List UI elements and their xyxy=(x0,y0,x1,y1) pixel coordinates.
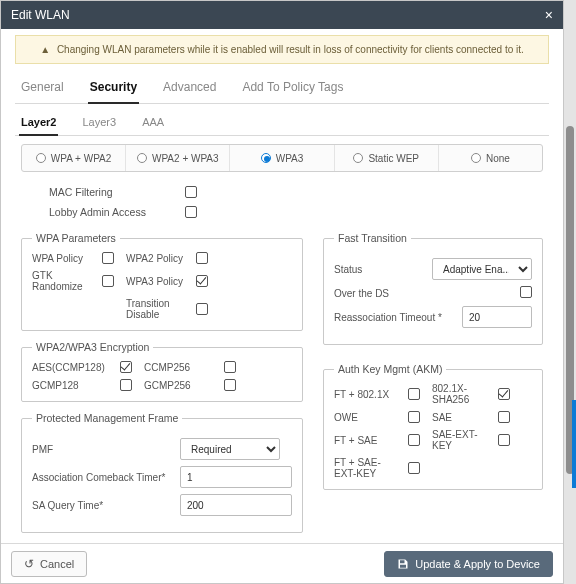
tab-general[interactable]: General xyxy=(19,74,66,103)
ft-status-select[interactable]: Adaptive Ena... xyxy=(432,258,532,280)
fast-transition-legend: Fast Transition xyxy=(334,232,411,244)
cancel-label: Cancel xyxy=(40,558,74,570)
mac-filtering-checkbox[interactable] xyxy=(185,186,197,198)
subtab-aaa[interactable]: AAA xyxy=(140,110,166,135)
footer: ↺ Cancel Update & Apply to Device xyxy=(1,543,563,583)
akm-owe-checkbox[interactable] xyxy=(408,411,420,423)
main-tabs: General Security Advanced Add To Policy … xyxy=(15,74,549,104)
akm-owe-label: OWE xyxy=(334,412,398,423)
ccmp256-checkbox[interactable] xyxy=(224,361,236,373)
titlebar: Edit WLAN × xyxy=(1,1,563,29)
wpa3-policy-label: WPA3 Policy xyxy=(126,276,186,287)
assoc-comeback-input[interactable] xyxy=(180,466,292,488)
encryption-legend: WPA2/WPA3 Encryption xyxy=(32,341,153,353)
radio-none[interactable]: None xyxy=(439,145,542,171)
apply-button[interactable]: Update & Apply to Device xyxy=(384,551,553,577)
security-subtabs: Layer2 Layer3 AAA xyxy=(15,108,549,136)
subtab-layer2[interactable]: Layer2 xyxy=(19,110,58,136)
akm-sae-checkbox[interactable] xyxy=(498,411,510,423)
tab-add-policy-tags[interactable]: Add To Policy Tags xyxy=(240,74,345,103)
akm-ftsae-checkbox[interactable] xyxy=(408,434,420,446)
akm-ftsaeext-label: FT + SAE-EXT-KEY xyxy=(334,457,398,479)
akm-ftsae-label: FT + SAE xyxy=(334,435,398,446)
akm-ft8021x-label: FT + 802.1X xyxy=(334,389,398,400)
encryption-group: WPA2/WPA3 Encryption AES(CCMP128) CCMP25… xyxy=(21,341,303,402)
security-mode-group: WPA + WPA2 WPA2 + WPA3 WPA3 Static WEP N… xyxy=(21,144,543,172)
mac-filtering-label: MAC Filtering xyxy=(49,186,149,198)
reassoc-label: Reassociation Timeout * xyxy=(334,312,454,323)
gcmp256-checkbox[interactable] xyxy=(224,379,236,391)
akm-ft8021x-checkbox[interactable] xyxy=(408,388,420,400)
tab-advanced[interactable]: Advanced xyxy=(161,74,218,103)
subtab-layer3[interactable]: Layer3 xyxy=(80,110,118,135)
fast-transition-group: Fast Transition Status Adaptive Ena... O… xyxy=(323,232,543,345)
gtk-randomize-label: GTK Randomize xyxy=(32,270,92,292)
gtk-randomize-checkbox[interactable] xyxy=(102,275,114,287)
pmf-label: PMF xyxy=(32,444,172,455)
ccmp256-label: CCMP256 xyxy=(144,362,214,373)
scrollbar-accent xyxy=(572,400,576,488)
page-scrollbar[interactable] xyxy=(564,0,576,584)
akm-group: Auth Key Mgmt (AKM) FT + 802.1X 802.1X-S… xyxy=(323,363,543,490)
lobby-admin-label: Lobby Admin Access xyxy=(49,206,149,218)
radio-static-wep-label: Static WEP xyxy=(368,153,419,164)
gcmp256-label: GCMP256 xyxy=(144,380,214,391)
radio-none-label: None xyxy=(486,153,510,164)
akm-ftsaeext-checkbox[interactable] xyxy=(408,462,420,474)
radio-wpa-wpa2[interactable]: WPA + WPA2 xyxy=(22,145,126,171)
gcmp128-checkbox[interactable] xyxy=(120,379,132,391)
warning-text: Changing WLAN parameters while it is ena… xyxy=(57,44,524,55)
cancel-button[interactable]: ↺ Cancel xyxy=(11,551,87,577)
akm-8021x-sha256-label: 802.1X-SHA256 xyxy=(432,383,488,405)
assoc-comeback-label: Association Comeback Timer* xyxy=(32,472,172,483)
pmf-select[interactable]: Required xyxy=(180,438,280,460)
transition-disable-label: Transition Disable xyxy=(126,298,186,320)
wpa2-policy-checkbox[interactable] xyxy=(196,252,208,264)
wpa-policy-checkbox[interactable] xyxy=(102,252,114,264)
modal-title: Edit WLAN xyxy=(11,8,70,22)
akm-8021x-sha256-checkbox[interactable] xyxy=(498,388,510,400)
akm-saeext-checkbox[interactable] xyxy=(498,434,510,446)
radio-wpa2-wpa3[interactable]: WPA2 + WPA3 xyxy=(126,145,230,171)
radio-wpa-wpa2-label: WPA + WPA2 xyxy=(51,153,111,164)
radio-static-wep[interactable]: Static WEP xyxy=(335,145,439,171)
wpa-parameters-group: WPA Parameters WPA Policy WPA2 Policy GT… xyxy=(21,232,303,331)
wpa3-policy-checkbox[interactable] xyxy=(196,275,208,287)
pmf-legend: Protected Management Frame xyxy=(32,412,182,424)
over-ds-checkbox[interactable] xyxy=(520,286,532,298)
ft-status-label: Status xyxy=(334,264,424,275)
undo-icon: ↺ xyxy=(24,558,34,570)
aes-label: AES(CCMP128) xyxy=(32,362,110,373)
reassoc-input[interactable] xyxy=(462,306,532,328)
save-icon xyxy=(397,558,409,570)
over-ds-label: Over the DS xyxy=(334,288,424,299)
close-icon[interactable]: × xyxy=(545,8,553,22)
aes-checkbox[interactable] xyxy=(120,361,132,373)
transition-disable-checkbox[interactable] xyxy=(196,303,208,315)
sa-query-input[interactable] xyxy=(180,494,292,516)
wpa-parameters-legend: WPA Parameters xyxy=(32,232,120,244)
akm-sae-label: SAE xyxy=(432,412,488,423)
warning-banner: ▲ Changing WLAN parameters while it is e… xyxy=(15,35,549,64)
wpa-policy-label: WPA Policy xyxy=(32,253,92,264)
tab-security[interactable]: Security xyxy=(88,74,139,104)
radio-wpa2-wpa3-label: WPA2 + WPA3 xyxy=(152,153,219,164)
lobby-admin-checkbox[interactable] xyxy=(185,206,197,218)
gcmp128-label: GCMP128 xyxy=(32,380,110,391)
warning-icon: ▲ xyxy=(40,44,50,55)
radio-wpa3[interactable]: WPA3 xyxy=(230,145,334,171)
pmf-group: Protected Management Frame PMF Required … xyxy=(21,412,303,533)
sa-query-label: SA Query Time* xyxy=(32,500,172,511)
wpa2-policy-label: WPA2 Policy xyxy=(126,253,186,264)
akm-legend: Auth Key Mgmt (AKM) xyxy=(334,363,446,375)
radio-wpa3-label: WPA3 xyxy=(276,153,304,164)
akm-saeext-label: SAE-EXT-KEY xyxy=(432,429,488,451)
apply-label: Update & Apply to Device xyxy=(415,558,540,570)
